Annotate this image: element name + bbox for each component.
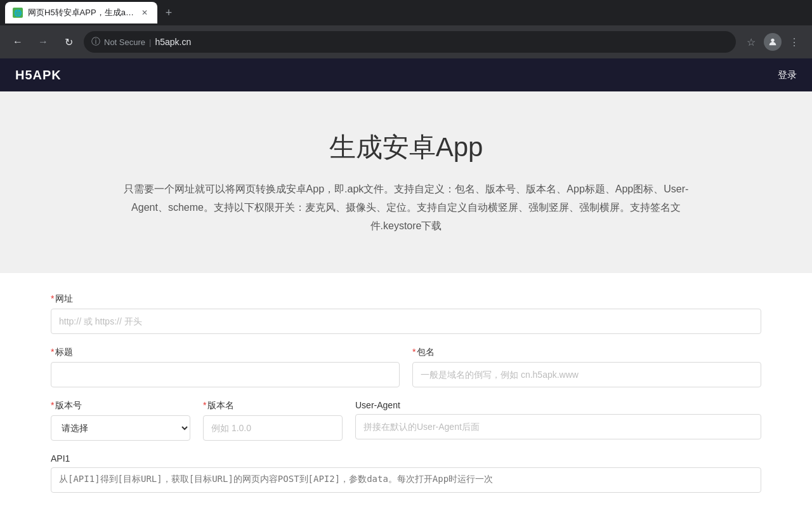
user-agent-field-group: User-Agent: [355, 400, 761, 441]
site-header: H5APK 登录: [0, 58, 812, 91]
tab-bar: 🌐 网页H5转安卓APP，生成apk文... ✕ +: [0, 0, 812, 25]
tab-favicon: 🌐: [13, 8, 23, 18]
address-bar[interactable]: ⓘ Not Secure | h5apk.cn: [84, 31, 736, 53]
hero-description: 只需要一个网址就可以将网页转换成安卓App，即.apk文件。支持自定义：包名、版…: [121, 180, 691, 235]
package-label: *包名: [412, 347, 761, 358]
package-input[interactable]: [412, 362, 761, 387]
form-section: *网址 *标题 *包名 *版本号 请选择 1 2 3: [0, 273, 812, 508]
profile-button[interactable]: [764, 33, 782, 51]
version-useragent-row: *版本号 请选择 1 2 3 4 5 *版本名 User-Agent: [51, 400, 761, 441]
tab-close-button[interactable]: ✕: [140, 8, 150, 18]
package-field-group: *包名: [412, 347, 761, 387]
new-tab-button[interactable]: +: [160, 4, 178, 22]
hero-section: 生成安卓App 只需要一个网址就可以将网页转换成安卓App，即.apk文件。支持…: [0, 91, 812, 273]
address-url: h5apk.cn: [155, 37, 191, 47]
bookmark-button[interactable]: ☆: [741, 32, 761, 52]
title-label: *标题: [51, 347, 400, 358]
version-code-label: *版本号: [51, 400, 190, 411]
active-tab[interactable]: 🌐 网页H5转安卓APP，生成apk文... ✕: [5, 2, 157, 23]
not-secure-label: Not Secure: [104, 37, 145, 47]
svg-point-0: [771, 39, 774, 42]
reload-button[interactable]: ↻: [58, 32, 79, 52]
api1-input[interactable]: [51, 467, 761, 493]
version-name-label: *版本名: [203, 400, 343, 411]
url-input[interactable]: [51, 309, 761, 334]
hero-title: 生成安卓App: [15, 130, 797, 165]
version-name-field-group: *版本名: [203, 400, 343, 441]
url-label: *网址: [51, 293, 761, 305]
nav-bar: ← → ↻ ⓘ Not Secure | h5apk.cn ☆ ⋮: [0, 25, 812, 58]
site-logo: H5APK: [15, 68, 62, 83]
tab-title: 网页H5转安卓APP，生成apk文...: [28, 7, 134, 18]
title-input[interactable]: [51, 362, 400, 387]
back-button[interactable]: ←: [8, 32, 28, 52]
user-agent-label: User-Agent: [355, 400, 761, 410]
forward-button[interactable]: →: [33, 32, 53, 52]
title-field-group: *标题: [51, 347, 400, 387]
version-name-input[interactable]: [203, 415, 343, 441]
menu-button[interactable]: ⋮: [784, 32, 804, 52]
nav-actions: ☆ ⋮: [741, 32, 804, 52]
version-code-select[interactable]: 请选择 1 2 3 4 5: [51, 415, 190, 441]
version-code-field-group: *版本号 请选择 1 2 3 4 5: [51, 400, 190, 441]
security-icon: ⓘ: [91, 36, 100, 48]
api1-label: API1: [51, 453, 761, 464]
user-agent-input[interactable]: [355, 414, 761, 439]
address-divider: |: [149, 37, 151, 47]
url-field-group: *网址: [51, 293, 761, 334]
browser-chrome: 🌐 网页H5转安卓APP，生成apk文... ✕ + ← → ↻ ⓘ Not S…: [0, 0, 812, 58]
login-button[interactable]: 登录: [778, 69, 797, 81]
api1-field-group: API1: [51, 453, 761, 495]
title-package-row: *标题 *包名: [51, 347, 761, 387]
